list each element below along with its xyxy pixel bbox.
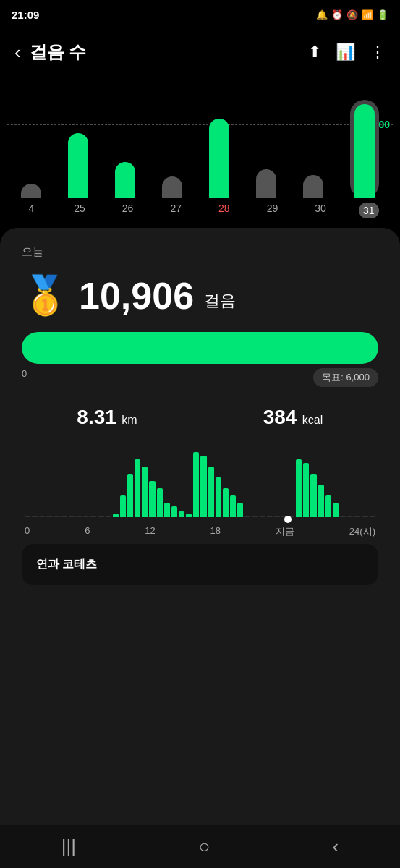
nav-bar: ||| ○ ‹	[0, 825, 400, 868]
hourly-bar-16	[142, 467, 148, 517]
x-hour-now: 지금	[276, 525, 294, 538]
nav-menu[interactable]: |||	[61, 835, 76, 858]
page-title: 걸음 수	[30, 41, 308, 64]
x-hour-0: 0	[25, 525, 30, 538]
bar-chart-bars	[0, 82, 400, 198]
x-label-25: 25	[69, 203, 90, 218]
bar-col-27[interactable]	[162, 176, 182, 198]
x-hour-12: 12	[145, 525, 155, 538]
x-label-29: 29	[262, 203, 282, 218]
progress-container: 0 목표: 6,000	[22, 332, 378, 387]
hourly-bar-24	[200, 456, 206, 517]
bar-31-selected-bg	[350, 100, 379, 198]
stat-divider	[200, 404, 200, 430]
bar-31	[354, 104, 375, 198]
hourly-bar-44	[347, 516, 353, 517]
hourly-bar-41	[325, 495, 331, 517]
hourly-bar-29	[237, 503, 243, 517]
bar-28	[209, 119, 229, 198]
hourly-bar-30	[244, 516, 250, 517]
nav-back[interactable]: ‹	[333, 835, 339, 858]
progress-fill	[22, 332, 378, 364]
hourly-bar-17	[149, 481, 155, 517]
x-label-28: 28	[214, 203, 234, 218]
hourly-bar-25	[208, 467, 214, 517]
weekly-chart: 6,000	[0, 75, 400, 227]
bar-4	[21, 184, 41, 198]
hourly-bar-34	[274, 516, 280, 517]
bar-col-4[interactable]	[21, 184, 41, 198]
status-bar: 21:09 🔔 ⏰ 🔕 📶 🔋	[0, 0, 400, 29]
hourly-bar-42	[333, 503, 339, 517]
hourly-bar-4	[54, 516, 60, 517]
hourly-dotted-line	[22, 519, 378, 519]
progress-goal: 목표: 6,000	[313, 368, 378, 387]
bar-30	[303, 175, 323, 198]
notification-icon: 🔔	[316, 9, 328, 20]
hourly-bar-20	[171, 506, 177, 517]
nav-home[interactable]: ○	[198, 835, 210, 858]
more-icon[interactable]: ⋮	[370, 43, 386, 61]
bar-col-28[interactable]	[209, 119, 229, 198]
share-icon[interactable]: ⬆	[308, 43, 321, 61]
hourly-bar-32	[260, 516, 265, 517]
chart-icon[interactable]: 📊	[336, 43, 355, 61]
calories-value: 384	[263, 406, 297, 428]
hourly-bar-0	[25, 516, 30, 517]
status-icons: 🔔 ⏰ 🔕 📶 🔋	[316, 9, 388, 20]
hourly-bars	[22, 445, 378, 517]
header: ‹ 걸음 수 ⬆ 📊 ⋮	[0, 29, 400, 75]
related-title: 연과 코테츠	[36, 558, 97, 570]
hourly-bar-5	[61, 516, 67, 517]
bar-col-26[interactable]	[115, 162, 135, 198]
hourly-bar-3	[46, 516, 52, 517]
hourly-bar-23	[193, 452, 199, 517]
steps-unit: 걸음	[204, 290, 236, 312]
hourly-bar-22	[186, 514, 192, 517]
hourly-bar-7	[76, 516, 82, 517]
stat-calories: 384 kcal	[208, 406, 378, 429]
x-axis: 4 25 26 27 28 29 30 31	[0, 198, 400, 218]
bar-col-29[interactable]	[256, 169, 276, 198]
hourly-bar-31	[252, 516, 258, 517]
steps-value: 10,906	[79, 274, 194, 318]
hourly-bar-39	[310, 474, 316, 517]
alarm-icon: ⏰	[331, 9, 343, 20]
hourly-bar-43	[340, 516, 346, 517]
progress-labels: 0 목표: 6,000	[22, 368, 378, 387]
hourly-bar-46	[362, 516, 367, 517]
hourly-chart: 0 6 12 18 지금 24(시)	[22, 445, 378, 538]
hourly-bar-27	[223, 488, 229, 517]
hourly-bar-26	[216, 477, 221, 517]
bar-col-31[interactable]	[350, 100, 379, 198]
signal-icon: 📶	[362, 9, 373, 20]
back-button[interactable]: ‹	[14, 41, 21, 64]
progress-background	[22, 332, 378, 364]
x-label-27: 27	[166, 203, 186, 218]
bar-25	[68, 133, 88, 198]
x-label-31[interactable]: 31	[359, 203, 379, 218]
stat-distance: 8.31 km	[22, 406, 192, 429]
hourly-bar-11	[106, 516, 111, 517]
bar-26	[115, 162, 135, 198]
hourly-bar-33	[267, 516, 273, 517]
hourly-bar-10	[98, 516, 103, 517]
hourly-bar-2	[39, 516, 45, 517]
x-label-26: 26	[118, 203, 138, 218]
hourly-bar-38	[303, 463, 309, 517]
calories-unit: kcal	[302, 414, 323, 426]
bar-col-25[interactable]	[68, 133, 88, 198]
related-section[interactable]: 연과 코테츠	[22, 544, 378, 585]
mute-icon: 🔕	[346, 9, 358, 20]
hourly-bar-18	[157, 488, 163, 517]
hourly-bar-15	[135, 459, 140, 517]
hourly-x-axis: 0 6 12 18 지금 24(시)	[22, 522, 378, 538]
hourly-bar-12	[113, 514, 119, 517]
x-label-4: 4	[21, 203, 41, 218]
header-actions: ⬆ 📊 ⋮	[308, 43, 386, 61]
bar-col-30[interactable]	[303, 175, 323, 198]
status-time: 21:09	[12, 9, 39, 21]
x-hour-6: 6	[85, 525, 90, 538]
distance-value: 8.31	[77, 406, 116, 428]
bottom-card: 오늘 🥇 10,906 걸음 0 목표: 6,000 8.31 km 384 k…	[0, 228, 400, 825]
